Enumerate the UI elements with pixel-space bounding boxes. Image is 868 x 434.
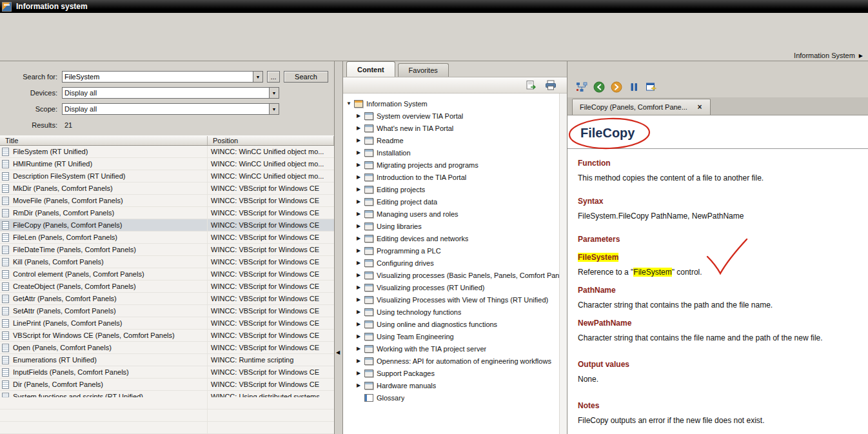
expand-arrow-icon[interactable]: [357, 137, 364, 143]
collapse-panel-icon[interactable]: ◀: [336, 350, 340, 355]
table-row[interactable]: HMIRuntime (RT Unified) WINCC: WinCC Uni…: [0, 158, 334, 170]
chevron-down-icon[interactable]: ▼: [269, 104, 279, 114]
table-row[interactable]: MkDir (Panels, Comfort Panels) WINCC: VB…: [0, 182, 334, 195]
tree-item[interactable]: Programming a PLC: [343, 244, 559, 257]
expand-arrow-icon[interactable]: [357, 333, 364, 339]
expand-arrow-icon[interactable]: [357, 272, 364, 278]
tree-item[interactable]: Managing users and roles: [343, 208, 559, 220]
search-combobox[interactable]: ▼: [62, 71, 263, 83]
table-row[interactable]: Enumerations (RT Unified) WINCC: Runtime…: [0, 354, 334, 366]
tree-item[interactable]: Information System: [343, 97, 559, 110]
pause-icon[interactable]: [628, 81, 640, 93]
expand-arrow-icon[interactable]: [357, 235, 364, 241]
tree-item[interactable]: Visualizing processes (RT Unified): [343, 281, 559, 293]
tree-item[interactable]: Migrating projects and programs: [343, 159, 559, 171]
table-row[interactable]: Control element (Panels, Comfort Panels)…: [0, 268, 334, 281]
table-row[interactable]: FileDateTime (Panels, Comfort Panels) WI…: [0, 244, 334, 256]
table-row[interactable]: LinePrint (Panels, Comfort Panels) WINCC…: [0, 317, 334, 330]
tree-item[interactable]: Working with the TIA project server: [343, 342, 559, 355]
expand-arrow-icon[interactable]: [357, 248, 364, 253]
panel-scrollbar[interactable]: ◀: [335, 61, 343, 434]
devices-combobox[interactable]: Display all ▼: [62, 87, 279, 99]
tree-item[interactable]: Visualizing Processes with View of Thing…: [343, 293, 559, 306]
tree-item[interactable]: Editing project data: [343, 195, 559, 208]
table-row[interactable]: VBScript for Windows CE (Panels, Comfort…: [0, 330, 334, 342]
tab-content[interactable]: Content: [346, 61, 395, 77]
tree-item[interactable]: Introduction to the TIA Portal: [343, 171, 559, 183]
expand-arrow-icon[interactable]: [357, 199, 364, 204]
table-row[interactable]: FileSystem (RT Unified) WINCC: WinCC Uni…: [0, 146, 334, 158]
expand-arrow-icon[interactable]: [357, 346, 364, 351]
help-tab[interactable]: FileCopy (Panels, Comfort Pane...: [572, 99, 711, 115]
table-row[interactable]: Open (Panels, Comfort Panels) WINCC: VBS…: [0, 342, 334, 354]
sync-contents-icon[interactable]: [576, 81, 587, 93]
print-icon[interactable]: [545, 80, 557, 90]
tree-item[interactable]: Using libraries: [343, 220, 559, 232]
expand-arrow-icon[interactable]: [357, 186, 364, 192]
tree-item[interactable]: Installation: [343, 146, 559, 159]
tree-item[interactable]: Using technology functions: [343, 306, 559, 318]
expand-arrow-icon[interactable]: [357, 162, 364, 168]
back-icon[interactable]: [593, 81, 605, 93]
tree-item[interactable]: Using online and diagnostics functions: [343, 318, 559, 330]
expand-arrow-icon[interactable]: [357, 223, 364, 229]
contents-panel: Content Favorites Information Sy: [343, 61, 567, 434]
table-row[interactable]: FileCopy (Panels, Comfort Panels) WINCC:…: [0, 219, 334, 232]
tree-item[interactable]: What's new in TIA Portal: [343, 122, 559, 134]
tree-item[interactable]: Configuring drives: [343, 257, 559, 269]
favorites-window-icon[interactable]: [646, 81, 657, 93]
expand-arrow-icon[interactable]: [357, 174, 364, 180]
expand-arrow-icon[interactable]: [357, 382, 364, 388]
open-topic-icon[interactable]: [526, 80, 537, 90]
tree-scrollbar[interactable]: [559, 94, 567, 434]
close-icon[interactable]: [695, 103, 704, 112]
table-row[interactable]: System functions and scripts (RT Unified…: [0, 391, 334, 397]
expand-arrow-icon[interactable]: [357, 260, 364, 266]
expand-arrow-icon[interactable]: [346, 101, 353, 106]
table-row[interactable]: Dir (Panels, Comfort Panels) WINCC: VBSc…: [0, 379, 334, 391]
expand-arrow-icon[interactable]: [357, 113, 364, 119]
expand-arrow-icon[interactable]: [357, 309, 364, 315]
chevron-down-icon[interactable]: ▼: [269, 88, 279, 98]
tree-item[interactable]: Editing projects: [343, 183, 559, 195]
table-row[interactable]: FileLen (Panels, Comfort Panels) WINCC: …: [0, 232, 334, 244]
tree-item[interactable]: Visualizing processes (Basic Panels, Pan…: [343, 269, 559, 281]
chevron-down-icon[interactable]: ▼: [253, 72, 262, 82]
tree-item[interactable]: Support Packages: [343, 367, 559, 379]
tree-item[interactable]: System overview TIA Portal: [343, 110, 559, 122]
tree-item[interactable]: Glossary: [343, 391, 559, 404]
search-button[interactable]: Search: [284, 71, 328, 83]
empty-row: [0, 409, 334, 422]
table-row[interactable]: SetAttr (Panels, Comfort Panels) WINCC: …: [0, 305, 334, 317]
tree-item[interactable]: Editing devices and networks: [343, 232, 559, 244]
tree-item[interactable]: Readme: [343, 134, 559, 146]
expand-arrow-icon[interactable]: [357, 284, 364, 290]
breadcrumb-item[interactable]: Information System: [794, 52, 855, 59]
search-input[interactable]: [63, 72, 253, 82]
result-position: WINCC: VBScript for Windows CE: [211, 368, 319, 376]
column-header-title[interactable]: Title: [0, 136, 208, 145]
result-title-cell: RmDir (Panels, Comfort Panels): [0, 207, 208, 219]
expand-arrow-icon[interactable]: [357, 211, 364, 217]
expand-arrow-icon[interactable]: [357, 321, 364, 327]
tab-favorites[interactable]: Favorites: [398, 63, 449, 77]
tree-item[interactable]: Hardware manuals: [343, 379, 559, 391]
forward-icon[interactable]: [611, 81, 622, 93]
table-row[interactable]: InputFields (Panels, Comfort Panels) WIN…: [0, 366, 334, 379]
scope-combobox[interactable]: Display all ▼: [62, 103, 279, 115]
expand-arrow-icon[interactable]: [357, 358, 364, 364]
table-row[interactable]: CreateObject (Panels, Comfort Panels) WI…: [0, 281, 334, 293]
tree-item[interactable]: Openness: API for automation of engineer…: [343, 355, 559, 367]
expand-arrow-icon[interactable]: [357, 370, 364, 376]
table-row[interactable]: Kill (Panels, Comfort Panels) WINCC: VBS…: [0, 256, 334, 268]
browse-button[interactable]: ...: [267, 71, 280, 83]
table-row[interactable]: Description FileSystem (RT Unified) WINC…: [0, 170, 334, 182]
table-row[interactable]: GetAttr (Panels, Comfort Panels) WINCC: …: [0, 293, 334, 305]
tree-item[interactable]: Using Team Engineering: [343, 330, 559, 342]
expand-arrow-icon[interactable]: [357, 150, 364, 155]
table-row[interactable]: RmDir (Panels, Comfort Panels) WINCC: VB…: [0, 207, 334, 219]
table-row[interactable]: MoveFile (Panels, Comfort Panels) WINCC:…: [0, 195, 334, 207]
expand-arrow-icon[interactable]: [357, 125, 364, 131]
column-header-position[interactable]: Position: [208, 136, 334, 145]
expand-arrow-icon[interactable]: [357, 297, 364, 302]
